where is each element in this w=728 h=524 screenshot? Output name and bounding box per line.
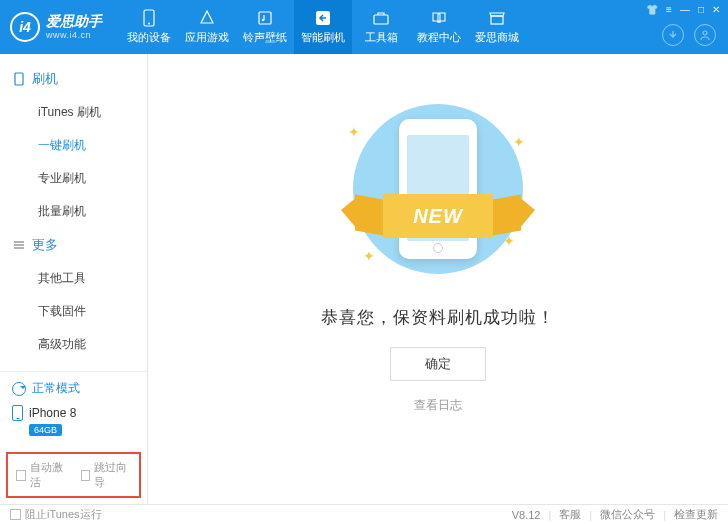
new-ribbon: NEW (363, 194, 513, 238)
cat-title: 更多 (32, 236, 58, 254)
menu-icon[interactable]: ≡ (666, 4, 672, 15)
nav-label: 爱思商城 (475, 30, 519, 45)
device-name: iPhone 8 (29, 406, 76, 420)
download-icon[interactable] (662, 24, 684, 46)
skip-guide-checkbox[interactable]: 跳过向导 (81, 460, 132, 490)
version-label: V8.12 (512, 509, 541, 521)
chk-label: 自动激活 (30, 460, 67, 490)
sidebar-item-itunes[interactable]: iTunes 刷机 (0, 96, 147, 129)
main-panel: ✦ ✦ ✦ ✦ NEW 恭喜您，保资料刷机成功啦！ 确定 查看日志 (148, 54, 728, 504)
phone-icon (12, 72, 26, 86)
user-icon[interactable] (694, 24, 716, 46)
sidebar-item-firmware[interactable]: 下载固件 (0, 295, 147, 328)
refresh-icon (12, 382, 26, 396)
store-icon (488, 9, 506, 27)
sidebar: 刷机 iTunes 刷机 一键刷机 专业刷机 批量刷机 更多 其他工具 下载固件… (0, 54, 148, 504)
window-controls: 👕 ≡ — □ ✕ (646, 4, 720, 15)
nav-flash[interactable]: 智能刷机 (294, 0, 352, 54)
sidebar-item-batch[interactable]: 批量刷机 (0, 195, 147, 228)
device-icon (140, 9, 158, 27)
svg-rect-8 (15, 73, 23, 85)
sidebar-status: 正常模式 iPhone 8 64GB (0, 371, 147, 444)
nav-apps[interactable]: 应用游戏 (178, 0, 236, 54)
header-actions (662, 24, 716, 46)
nav-my-device[interactable]: 我的设备 (120, 0, 178, 54)
sidebar-item-pro[interactable]: 专业刷机 (0, 162, 147, 195)
block-itunes-checkbox[interactable]: 阻止iTunes运行 (10, 507, 102, 522)
skin-icon[interactable]: 👕 (646, 4, 658, 15)
mode-label: 正常模式 (32, 380, 80, 397)
footer: 阻止iTunes运行 V8.12 | 客服 | 微信公众号 | 检查更新 (0, 504, 728, 524)
sidebar-cat-more: 更多 (0, 228, 147, 262)
app-name: 爱思助手 (46, 14, 102, 29)
maximize-icon[interactable]: □ (698, 4, 704, 15)
sidebar-cat-flash: 刷机 (0, 62, 147, 96)
wechat-link[interactable]: 微信公众号 (600, 507, 655, 522)
nav-label: 我的设备 (127, 30, 171, 45)
toolbox-icon (372, 9, 390, 27)
nav-label: 工具箱 (365, 30, 398, 45)
svg-point-1 (148, 23, 150, 25)
app-logo: i4 爱思助手 www.i4.cn (10, 12, 102, 42)
checkbox-icon (10, 509, 21, 520)
app-url: www.i4.cn (46, 30, 102, 40)
svg-rect-2 (259, 12, 271, 24)
nav-toolbox[interactable]: 工具箱 (352, 0, 410, 54)
svg-point-7 (703, 31, 707, 35)
nav-ringtone[interactable]: 铃声壁纸 (236, 0, 294, 54)
chk-label: 跳过向导 (94, 460, 131, 490)
svg-point-3 (262, 19, 265, 22)
minimize-icon[interactable]: — (680, 4, 690, 15)
sidebar-item-other[interactable]: 其他工具 (0, 262, 147, 295)
checkbox-icon (16, 470, 26, 481)
support-link[interactable]: 客服 (559, 507, 581, 522)
svg-rect-5 (374, 15, 388, 24)
close-icon[interactable]: ✕ (712, 4, 720, 15)
music-icon (256, 9, 274, 27)
options-box: 自动激活 跳过向导 (6, 452, 141, 498)
device-mode[interactable]: 正常模式 (12, 380, 135, 397)
device-row[interactable]: iPhone 8 (12, 405, 135, 421)
sparkle-icon: ✦ (363, 248, 375, 264)
sparkle-icon: ✦ (348, 124, 360, 140)
sparkle-icon: ✦ (513, 134, 525, 150)
checkbox-icon (81, 470, 91, 481)
auto-activate-checkbox[interactable]: 自动激活 (16, 460, 67, 490)
svg-rect-6 (491, 16, 503, 24)
book-icon (430, 9, 448, 27)
sidebar-item-advanced[interactable]: 高级功能 (0, 328, 147, 361)
ok-button[interactable]: 确定 (390, 347, 486, 381)
top-nav: 我的设备 应用游戏 铃声壁纸 智能刷机 工具箱 教程中心 爱思商城 (120, 0, 526, 54)
nav-tutorial[interactable]: 教程中心 (410, 0, 468, 54)
phone-icon (12, 405, 23, 421)
check-update-link[interactable]: 检查更新 (674, 507, 718, 522)
success-message: 恭喜您，保资料刷机成功啦！ (321, 306, 555, 329)
nav-label: 铃声壁纸 (243, 30, 287, 45)
nav-label: 智能刷机 (301, 30, 345, 45)
sidebar-item-onekey[interactable]: 一键刷机 (0, 129, 147, 162)
header: i4 爱思助手 www.i4.cn 我的设备 应用游戏 铃声壁纸 智能刷机 工具… (0, 0, 728, 54)
more-icon (12, 238, 26, 252)
view-log-link[interactable]: 查看日志 (414, 397, 462, 414)
success-illustration: ✦ ✦ ✦ ✦ NEW (333, 94, 543, 284)
chk-label: 阻止iTunes运行 (25, 507, 102, 522)
apps-icon (198, 9, 216, 27)
nav-label: 教程中心 (417, 30, 461, 45)
logo-mark-icon: i4 (10, 12, 40, 42)
nav-label: 应用游戏 (185, 30, 229, 45)
nav-store[interactable]: 爱思商城 (468, 0, 526, 54)
cat-title: 刷机 (32, 70, 58, 88)
flash-icon (314, 9, 332, 27)
storage-badge: 64GB (29, 424, 62, 436)
body: 刷机 iTunes 刷机 一键刷机 专业刷机 批量刷机 更多 其他工具 下载固件… (0, 54, 728, 504)
ribbon-text: NEW (383, 194, 493, 238)
